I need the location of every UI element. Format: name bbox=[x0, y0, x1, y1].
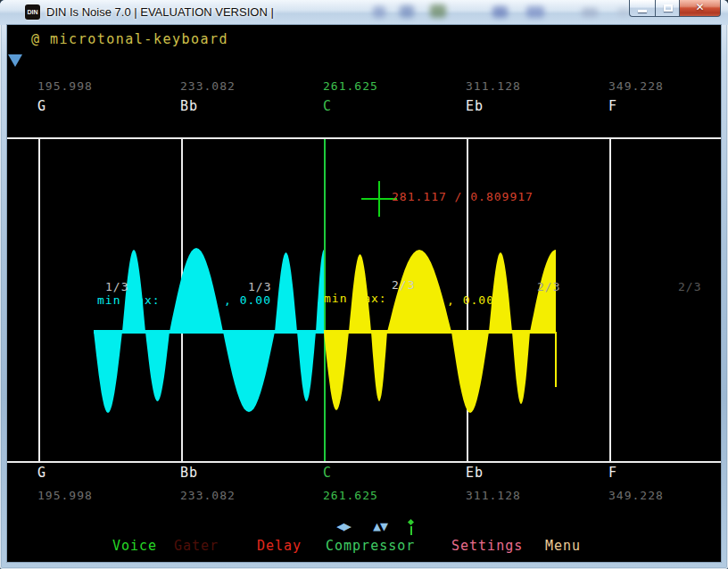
wave-label-8: 2/3 bbox=[678, 281, 701, 293]
menu-item-menu[interactable]: Menu bbox=[545, 539, 581, 554]
info-icon[interactable] bbox=[408, 520, 415, 535]
freq-label-bottom-F: 349.228 bbox=[608, 490, 664, 502]
window-title: DIN Is Noise 7.0 | EVALUATION VERSION | bbox=[46, 5, 274, 19]
note-label-bottom-G: G bbox=[37, 466, 46, 481]
wave-label-7: 2/3 bbox=[537, 281, 560, 293]
note-label-top-C: C bbox=[323, 100, 332, 114]
freq-label-bottom-Bb: 233.082 bbox=[180, 490, 236, 502]
keyboard-bottom-line bbox=[7, 461, 721, 463]
maximize-button[interactable] bbox=[655, 0, 680, 17]
right-wave-end-marker bbox=[555, 332, 557, 387]
note-label-bottom-Eb: Eb bbox=[466, 466, 484, 481]
menu-item-settings[interactable]: Settings bbox=[451, 539, 523, 554]
app-icon[interactable]: DIN bbox=[25, 4, 40, 20]
freq-label-bottom-G: 195.998 bbox=[37, 490, 93, 502]
wave-label-3: 1/3 bbox=[248, 281, 271, 293]
freq-label-bottom-Eb: 311.128 bbox=[466, 490, 521, 502]
maximize-icon bbox=[664, 4, 673, 12]
freq-label-top-F: 349.228 bbox=[608, 80, 664, 93]
close-icon: ✕ bbox=[680, 1, 720, 13]
note-label-top-Bb: Bb bbox=[180, 100, 198, 114]
info-icon-bar bbox=[410, 526, 412, 535]
app-icon-text: DIN bbox=[27, 9, 37, 15]
note-label-top-G: G bbox=[37, 100, 46, 114]
titlebar[interactable]: DIN DIN Is Noise 7.0 | EVALUATION VERSIO… bbox=[0, 0, 728, 25]
din-client-area[interactable]: @ microtonal-keyboard 195.998GG195.99823… bbox=[7, 25, 721, 562]
minimize-icon bbox=[638, 10, 647, 12]
note-label-top-Eb: Eb bbox=[466, 100, 484, 114]
freq-label-top-C: 261.625 bbox=[323, 80, 378, 93]
cursor-readout: 281.117 / 0.809917 bbox=[392, 190, 534, 203]
close-button[interactable]: ✕ bbox=[680, 0, 721, 17]
wave-label-0: 1/3 bbox=[105, 281, 128, 293]
left-wave-baseline bbox=[94, 330, 324, 334]
freq-label-top-Eb: 311.128 bbox=[466, 80, 521, 93]
window-controls: ✕ bbox=[629, 0, 721, 17]
freq-label-bottom-C: 261.625 bbox=[323, 490, 378, 502]
wave-label-5: 2/3 bbox=[392, 279, 415, 291]
waveform-display[interactable] bbox=[7, 137, 721, 461]
menu-item-voice[interactable]: Voice bbox=[112, 539, 157, 554]
menu-item-gater[interactable]: Gater bbox=[174, 539, 219, 554]
menu-item-compressor[interactable]: Compressor bbox=[326, 539, 415, 554]
nav-left-right-icons[interactable]: ◀▶ bbox=[336, 519, 351, 534]
note-label-bottom-C: C bbox=[323, 466, 332, 481]
range-marker-icon[interactable] bbox=[8, 54, 22, 67]
freq-label-top-Bb: 233.082 bbox=[180, 80, 236, 93]
note-label-top-F: F bbox=[608, 100, 617, 114]
menu-item-delay[interactable]: Delay bbox=[257, 539, 302, 554]
mode-label[interactable]: @ microtonal-keyboard bbox=[31, 31, 228, 47]
right-wave-baseline bbox=[324, 330, 556, 334]
minimize-button[interactable] bbox=[629, 0, 655, 17]
note-label-bottom-F: F bbox=[608, 466, 617, 481]
freq-label-top-G: 195.998 bbox=[37, 80, 93, 93]
note-label-bottom-Bb: Bb bbox=[180, 466, 198, 481]
info-icon-dot bbox=[408, 519, 414, 525]
app-window: DIN DIN Is Noise 7.0 | EVALUATION VERSIO… bbox=[0, 0, 728, 569]
nav-up-down-icons[interactable]: ▲▼ bbox=[373, 519, 387, 534]
